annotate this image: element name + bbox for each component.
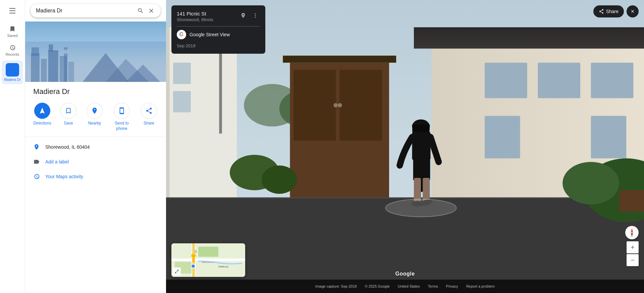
info-card-address: 141 Picnic St (177, 11, 213, 16)
send-phone-icon-circle (114, 103, 130, 119)
directions-label: Directions (33, 121, 51, 126)
sv-share-label: Share (606, 9, 619, 14)
zoom-controls: + − (627, 241, 639, 266)
map-thumbnail-header (25, 21, 166, 82)
info-section: Shorewood, IL 60404 Add a label Your Map… (25, 137, 166, 187)
sidebar-item-saved[interactable]: Saved (2, 23, 23, 40)
zoom-out-button[interactable]: − (627, 254, 639, 266)
svg-rect-23 (173, 91, 191, 112)
building-icon (6, 63, 19, 77)
svg-point-68 (191, 264, 195, 268)
google-g-letter: G (179, 32, 183, 38)
country-link[interactable]: United States (398, 284, 420, 288)
svg-marker-31 (283, 56, 396, 63)
bottom-status-bar: Image capture: Sep 2019 © 2025 Google Un… (166, 280, 644, 293)
info-card-city: Shorewood, Illinois (177, 17, 213, 22)
location-name: Madiera Dr (33, 87, 158, 96)
clear-button[interactable] (147, 7, 155, 15)
location-pin-icon (33, 144, 40, 150)
activity-icon (33, 173, 40, 180)
google-watermark: Google (395, 271, 415, 277)
sidebar-item-recents[interactable]: Recents (2, 42, 23, 59)
terms-link[interactable]: Terms (428, 284, 438, 288)
maps-activity-item[interactable]: Your Maps activity (25, 169, 166, 184)
svg-rect-44 (619, 190, 644, 211)
sidebar-item-madiera[interactable]: Madiera Dr (2, 60, 23, 84)
close-icon (148, 7, 155, 14)
svg-point-46 (262, 165, 297, 194)
svg-point-29 (333, 103, 338, 107)
hamburger-icon (9, 8, 15, 13)
svg-rect-2 (32, 47, 39, 56)
svg-text:Md89cuts: Md89cuts (218, 265, 229, 268)
info-card-header: 141 Picnic St Shorewood, Illinois (177, 11, 260, 22)
svg-rect-35 (538, 63, 580, 98)
save-bookmark-icon (65, 107, 72, 114)
sv-top-right-controls: Share × (593, 5, 639, 17)
privacy-link[interactable]: Privacy (446, 284, 458, 288)
sv-close-button[interactable]: × (627, 5, 639, 17)
address-item[interactable]: Shorewood, IL 60404 (25, 140, 166, 154)
share-label: Share (144, 121, 154, 126)
send-to-phone-label: Send to phone (109, 121, 135, 131)
share-icon (145, 107, 153, 114)
search-input-wrapper: Madiera Dr (31, 4, 161, 17)
image-capture-text: Image capture: Sep 2019 (315, 284, 357, 288)
info-card-title-block: 141 Picnic St Shorewood, Illinois (177, 11, 213, 22)
save-button[interactable]: Save (57, 103, 80, 131)
mini-map-expand-button[interactable] (173, 267, 181, 276)
share-action-button[interactable]: Share (137, 103, 161, 131)
svg-rect-7 (68, 62, 74, 82)
send-to-phone-button[interactable]: Send to phone (109, 103, 135, 131)
menu-button[interactable] (6, 4, 19, 17)
search-input[interactable]: Madiera Dr (36, 8, 134, 14)
mini-map[interactable]: 52 Shorewood Md89cuts (171, 243, 245, 277)
svg-point-30 (338, 103, 342, 107)
info-card-location-button[interactable] (238, 11, 248, 20)
zoom-in-button[interactable]: + (627, 241, 639, 253)
nearby-icon (91, 107, 98, 114)
info-card-date: Sep 2019 (177, 43, 260, 48)
copyright-text: © 2025 Google (365, 284, 390, 288)
directions-button[interactable]: Directions (31, 103, 54, 131)
share-icon-circle (141, 103, 157, 119)
mini-map-svg: 52 Shorewood Md89cuts (171, 243, 245, 277)
madiera-label: Madiera Dr (4, 78, 20, 82)
add-label-text: Add a label (45, 159, 69, 164)
svg-marker-33 (414, 27, 644, 48)
compass[interactable] (625, 226, 639, 239)
zoom-out-icon: − (631, 256, 635, 264)
svg-rect-62 (198, 247, 218, 257)
sv-share-icon (599, 9, 604, 14)
svg-rect-36 (591, 63, 634, 98)
street-view-container: 141 Picnic St Shorewood, Illinois G Goog… (166, 0, 644, 293)
info-card-more-button[interactable] (251, 11, 260, 20)
svg-rect-5 (49, 45, 53, 52)
expand-icon (174, 269, 179, 274)
info-card-divider (177, 26, 260, 27)
add-label-item[interactable]: Add a label (25, 154, 166, 169)
more-vert-icon (252, 12, 258, 18)
nearby-icon-circle (87, 103, 103, 119)
save-icon-circle (60, 103, 76, 119)
nearby-button[interactable]: Nearby (83, 103, 106, 131)
svg-rect-24 (219, 45, 222, 134)
search-panel: Madiera Dr (25, 0, 166, 293)
zoom-in-icon: + (631, 244, 635, 251)
maps-activity-text: Your Maps activity (45, 174, 83, 179)
search-icon (137, 7, 144, 14)
sv-share-button[interactable]: Share (593, 5, 624, 17)
report-link[interactable]: Report a problem (466, 284, 495, 288)
svg-rect-38 (591, 116, 627, 158)
svg-rect-27 (293, 70, 336, 141)
svg-point-54 (385, 199, 456, 217)
label-icon (33, 158, 40, 165)
recents-label: Recents (6, 52, 19, 56)
svg-rect-37 (485, 116, 520, 158)
search-button[interactable] (137, 7, 145, 15)
saved-label: Saved (7, 34, 17, 38)
bookmark-icon (9, 26, 16, 32)
location-name-section: Madiera Dr (25, 82, 166, 99)
search-bar-container: Madiera Dr (25, 0, 166, 21)
info-card: 141 Picnic St Shorewood, Illinois G Goog… (171, 5, 265, 54)
